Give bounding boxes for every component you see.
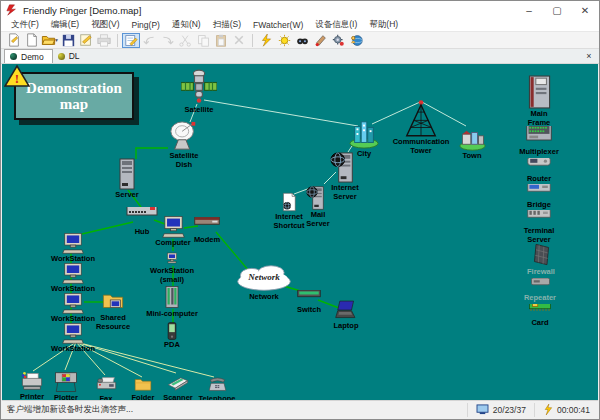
window-title: Friendly Pinger [Demo.map]	[23, 5, 515, 16]
node-label: Satellite Dish	[161, 152, 207, 169]
copy-button[interactable]	[194, 33, 212, 48]
node-mini-computer[interactable]: Mini-computer	[140, 285, 204, 319]
node-label: PDA	[164, 341, 180, 350]
toolbar-separator	[117, 34, 118, 47]
svg-text:!: !	[15, 71, 19, 86]
menu-device-info[interactable]: 设备信息(I)	[309, 19, 363, 31]
internet-shortcut-icon	[279, 192, 299, 212]
node-workstation-2[interactable]: WorkStation	[41, 262, 105, 294]
device-counter-panel: 20/23/37	[468, 404, 534, 415]
minimize-button[interactable]: –	[515, 1, 543, 19]
map-properties-button[interactable]	[77, 33, 95, 48]
satellite-icon	[181, 69, 217, 105]
notification-button[interactable]	[275, 33, 293, 48]
cloud-text: Network	[248, 272, 280, 282]
node-internet-server[interactable]: Internet Server	[325, 152, 365, 201]
node-label: Laptop	[334, 322, 359, 331]
multiplexer-icon	[525, 126, 553, 147]
warning-icon: !	[4, 64, 30, 88]
node-label: Firewall	[527, 268, 555, 277]
maximize-button[interactable]: ▢	[543, 1, 571, 19]
map-dot-icon	[58, 53, 65, 60]
workstation-small-icon	[164, 250, 180, 266]
fwatcher-button[interactable]	[311, 33, 329, 48]
tab-demo[interactable]: Demo	[4, 49, 53, 63]
node-label: Network	[249, 293, 279, 302]
node-workstation-4[interactable]: WorkStation	[41, 322, 105, 354]
menu-scan[interactable]: 扫描(S)	[207, 19, 247, 31]
cut-button[interactable]	[176, 33, 194, 48]
menu-notify[interactable]: 通知(N)	[166, 19, 207, 31]
node-label: Modem	[194, 236, 220, 245]
terminal-server-icon	[526, 210, 552, 226]
toolbar-separator	[252, 34, 253, 47]
menu-ping[interactable]: Ping(P)	[126, 20, 166, 30]
timer-panel: 00:00:41	[535, 404, 598, 415]
find-button[interactable]	[293, 33, 311, 48]
trace-button[interactable]	[329, 33, 347, 48]
menu-fwatcher[interactable]: FWatcher(W)	[247, 20, 309, 30]
node-multiplexer[interactable]: Multiplexer	[506, 126, 572, 157]
node-label: WorkStation	[51, 345, 95, 354]
node-modem[interactable]: Modem	[175, 217, 239, 245]
tab-close-icon[interactable]: ×	[583, 50, 595, 62]
edit-mode-button[interactable]	[122, 33, 140, 48]
menu-edit[interactable]: 编辑(E)	[45, 19, 85, 31]
node-firewall[interactable]: Firewall	[509, 242, 573, 277]
node-label: WorkStation (small)	[146, 267, 198, 284]
undo-button[interactable]	[140, 33, 158, 48]
menu-file[interactable]: 文件(F)	[5, 19, 45, 31]
node-laptop[interactable]: Laptop	[314, 299, 378, 331]
node-satellite[interactable]: Satellite	[167, 69, 231, 115]
status-hint: 客户端增加新设备时发出滴答声...	[2, 404, 467, 416]
node-server[interactable]: Server	[95, 158, 159, 200]
router-icon	[526, 158, 552, 174]
node-label: Multiplexer	[519, 148, 559, 157]
elapsed-time: 00:00:41	[557, 405, 590, 415]
paste-button[interactable]	[212, 33, 230, 48]
firewall-icon	[529, 242, 554, 267]
node-label: Card	[531, 319, 548, 328]
node-pda[interactable]: PDA	[140, 322, 204, 350]
close-button[interactable]: ✕	[571, 1, 599, 19]
node-repeater[interactable]: Repeater	[508, 278, 572, 303]
node-label: Town	[462, 152, 481, 161]
save-button[interactable]	[59, 33, 77, 48]
map-canvas[interactable]: Demonstration map ! Satellite Satellite …	[2, 64, 598, 401]
node-workstation-1[interactable]: WorkStation	[41, 232, 105, 264]
node-satellite-dish[interactable]: Satellite Dish	[161, 121, 207, 169]
node-label: Server	[115, 191, 138, 200]
workstation-icon	[62, 232, 84, 254]
new-button[interactable]	[23, 33, 41, 48]
node-workstation-small[interactable]: WorkStation (small)	[146, 250, 198, 284]
node-router[interactable]: Router	[507, 158, 571, 184]
menu-bar: 文件(F) 编辑(E) 视图(V) Ping(P) 通知(N) 扫描(S) FW…	[1, 19, 599, 32]
node-telephone[interactable]: Telephone	[185, 375, 249, 401]
device-info-button[interactable]	[347, 33, 365, 48]
tab-dl[interactable]: DL	[53, 49, 88, 63]
mini-computer-icon	[160, 285, 184, 309]
communication-tower-icon	[402, 99, 440, 137]
print-button[interactable]	[95, 33, 113, 48]
toolbar: ▼	[1, 32, 599, 49]
menu-help[interactable]: 帮助(H)	[363, 19, 404, 31]
redo-button[interactable]	[158, 33, 176, 48]
server-icon	[111, 158, 143, 190]
laptop-icon	[335, 299, 357, 321]
ping-button[interactable]	[257, 33, 275, 48]
pda-icon	[163, 322, 181, 340]
open-button[interactable]: ▼	[41, 33, 59, 48]
computer-icon	[476, 404, 489, 415]
node-label: Router	[527, 175, 551, 184]
delete-button[interactable]	[230, 33, 248, 48]
new-map-button[interactable]	[5, 33, 23, 48]
node-label: Mail Server	[300, 211, 336, 228]
node-bridge[interactable]: Bridge	[507, 184, 571, 210]
menu-view[interactable]: 视图(V)	[85, 19, 125, 31]
node-terminal-server[interactable]: Terminal Server	[519, 210, 559, 244]
title-bar[interactable]: Friendly Pinger [Demo.map] – ▢ ✕	[1, 1, 599, 19]
node-card[interactable]: Card	[508, 304, 572, 328]
repeater-icon	[528, 278, 553, 293]
node-main-frame[interactable]: Main Frame	[522, 75, 556, 127]
node-town[interactable]: Town	[440, 124, 504, 161]
